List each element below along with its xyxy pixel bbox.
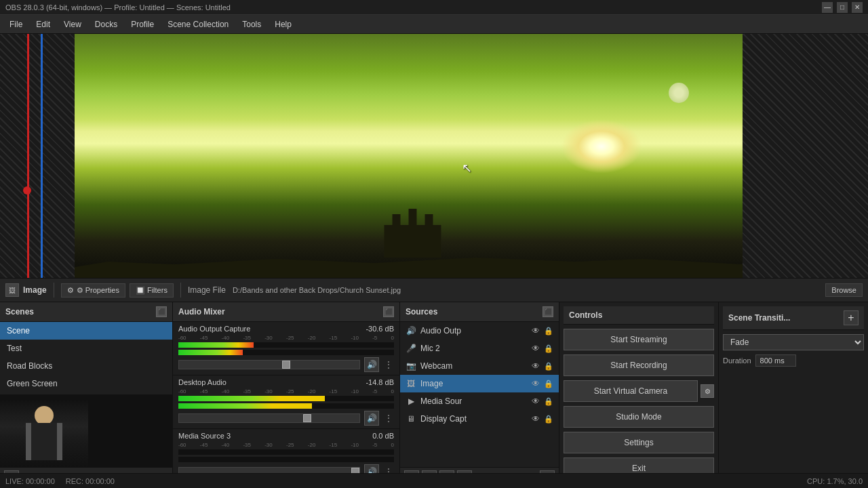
ch1-menu-button[interactable]: ⋮: [383, 357, 394, 372]
display-lock[interactable]: 🔒: [544, 415, 553, 424]
sources-header: Sources ⬛: [400, 302, 559, 322]
mic2-icon: 🎤: [406, 343, 416, 354]
properties-button[interactable]: ⚙ ⚙ Properties: [61, 283, 125, 298]
transitions-title: Scene Transiti...: [728, 313, 790, 323]
add-transition-button[interactable]: +: [844, 310, 859, 325]
menu-view[interactable]: View: [57, 17, 88, 32]
menu-edit[interactable]: Edit: [29, 17, 57, 32]
image-type-icon: 🖼: [5, 283, 19, 297]
mic2-visibility[interactable]: 👁: [532, 344, 540, 353]
sources-config-icon[interactable]: ⬛: [542, 306, 553, 317]
start-virtual-camera-button[interactable]: Start Virtual Camera: [564, 380, 698, 402]
person-head: [35, 406, 54, 425]
scene-list: Scene Test Road Blocks Green Screen: [0, 322, 172, 394]
media-lock[interactable]: 🔒: [544, 397, 553, 406]
browse-button[interactable]: Browse: [825, 283, 863, 297]
audio-output-lock[interactable]: 🔒: [544, 327, 553, 336]
mic2-label: Mic 2: [420, 344, 528, 353]
audio-output-visibility[interactable]: 👁: [532, 326, 540, 336]
ch2-scale: -60-45-40-35-30-25-20-15-10-50: [178, 388, 394, 394]
hatch-pattern: [0, 34, 75, 278]
ch1-mute-button[interactable]: 🔊: [364, 357, 379, 372]
duration-row: Duration 800 ms: [723, 354, 864, 367]
transition-row: Fade Cut Swipe Slide Stinger: [723, 334, 864, 350]
media-visibility[interactable]: 👁: [532, 396, 540, 406]
virtual-camera-gear-icon[interactable]: ⚙: [701, 384, 714, 398]
ch2-controls: 🔊 ⋮: [178, 411, 394, 426]
castle-shape: [376, 203, 458, 258]
close-button[interactable]: ✕: [852, 2, 863, 13]
cpu-status: CPU: 1.7%, 30.0: [807, 477, 863, 485]
sources-panel: Sources ⬛ 🔊 Audio Outp 👁 🔒 🎤 Mic 2 👁 🔒: [400, 302, 559, 488]
source-mic2[interactable]: 🎤 Mic 2 👁 🔒: [400, 340, 559, 357]
right-hatch: [743, 34, 868, 278]
maximize-button[interactable]: □: [837, 2, 848, 13]
ch3-db: 0.0 dB: [372, 432, 394, 440]
ch2-mute-button[interactable]: 🔊: [364, 411, 379, 426]
live-status: LIVE: 00:00:00: [5, 477, 55, 485]
scene-item-green-screen[interactable]: Green Screen: [0, 375, 172, 392]
separator: [54, 283, 54, 298]
start-recording-button[interactable]: Start Recording: [564, 354, 714, 376]
start-streaming-button[interactable]: Start Streaming: [564, 329, 714, 350]
ch2-volume-slider[interactable]: [178, 413, 360, 423]
audio-channel-desktop: Desktop Audio -14.8 dB -60-45-40-35-30-2…: [173, 375, 399, 429]
audio-output-icon: 🔊: [406, 325, 416, 336]
menu-scene-collection[interactable]: Scene Collection: [161, 17, 235, 32]
source-media[interactable]: ▶ Media Sour 👁 🔒: [400, 392, 559, 410]
media-source-label: Media Sour: [420, 396, 528, 406]
display-visibility[interactable]: 👁: [532, 414, 540, 424]
scene-item-road-blocks[interactable]: Road Blocks: [0, 357, 172, 375]
mouse-cursor: ↖: [462, 161, 473, 174]
transition-type-select[interactable]: Fade Cut Swipe Slide Stinger: [723, 334, 864, 350]
mic2-lock[interactable]: 🔒: [544, 344, 553, 353]
source-list: 🔊 Audio Outp 👁 🔒 🎤 Mic 2 👁 🔒 📷 Webcam 👁 …: [400, 322, 559, 428]
webcam-visibility[interactable]: 👁: [532, 361, 540, 371]
titlebar: OBS 28.0.3 (64-bit, windows) — Profile: …: [0, 0, 868, 15]
preview-canvas: ↖: [75, 34, 743, 278]
menu-file[interactable]: File: [3, 17, 29, 32]
studio-mode-button[interactable]: Studio Mode: [564, 406, 714, 428]
minimize-button[interactable]: —: [822, 2, 833, 13]
source-webcam[interactable]: 📷 Webcam 👁 🔒: [400, 357, 559, 375]
source-display[interactable]: 🖥 Display Capt 👁 🔒: [400, 410, 559, 428]
media-source-icon: ▶: [406, 396, 416, 407]
source-audio-output[interactable]: 🔊 Audio Outp 👁 🔒: [400, 322, 559, 340]
imagefile-label: Image File: [188, 285, 226, 295]
gear-icon: ⚙: [67, 286, 74, 295]
webcam-thumbnail: [0, 399, 88, 467]
menu-profile[interactable]: Profile: [124, 17, 161, 32]
blue-bar: [41, 34, 43, 278]
ch2-menu-button[interactable]: ⋮: [383, 411, 394, 426]
webcam-area: [0, 394, 172, 467]
menu-tools[interactable]: Tools: [235, 17, 268, 32]
scenes-header: Scenes ⬛: [0, 302, 172, 322]
transitions-panel: Scene Transiti... + Fade Cut Swipe Slide…: [719, 302, 868, 488]
menu-help[interactable]: Help: [268, 17, 298, 32]
sep2: [180, 283, 181, 298]
scenes-panel: Scenes ⬛ Scene Test Road Blocks Green Sc…: [0, 302, 173, 488]
red-dot: [23, 186, 31, 195]
right-panel: [743, 34, 868, 278]
image-lock[interactable]: 🔒: [544, 380, 553, 388]
scene-item-test[interactable]: Test: [0, 340, 172, 357]
settings-button[interactable]: Settings: [564, 432, 714, 453]
source-image[interactable]: 🖼 Image 👁 🔒: [400, 375, 559, 392]
preview-image: ↖: [75, 34, 743, 278]
ch1-volume-slider[interactable]: [178, 360, 360, 369]
audio-title: Audio Mixer: [178, 307, 225, 317]
audio-config-icon[interactable]: ⬛: [383, 306, 394, 317]
window-title: OBS 28.0.3 (64-bit, windows) — Profile: …: [5, 3, 822, 12]
person-body: [14, 403, 75, 464]
duration-input[interactable]: 800 ms: [755, 354, 796, 367]
sun-glow: [561, 119, 642, 174]
menubar: File Edit View Docks Profile Scene Colle…: [0, 15, 868, 34]
scenes-config-icon[interactable]: ⬛: [156, 306, 167, 317]
ch3-meter: [178, 449, 394, 455]
webcam-lock[interactable]: 🔒: [544, 362, 553, 371]
silhouette: [75, 197, 743, 278]
image-visibility[interactable]: 👁: [532, 379, 540, 388]
filters-button[interactable]: 🔲 Filters: [130, 283, 174, 298]
menu-docks[interactable]: Docks: [88, 17, 124, 32]
scene-item-scene[interactable]: Scene: [0, 322, 172, 340]
